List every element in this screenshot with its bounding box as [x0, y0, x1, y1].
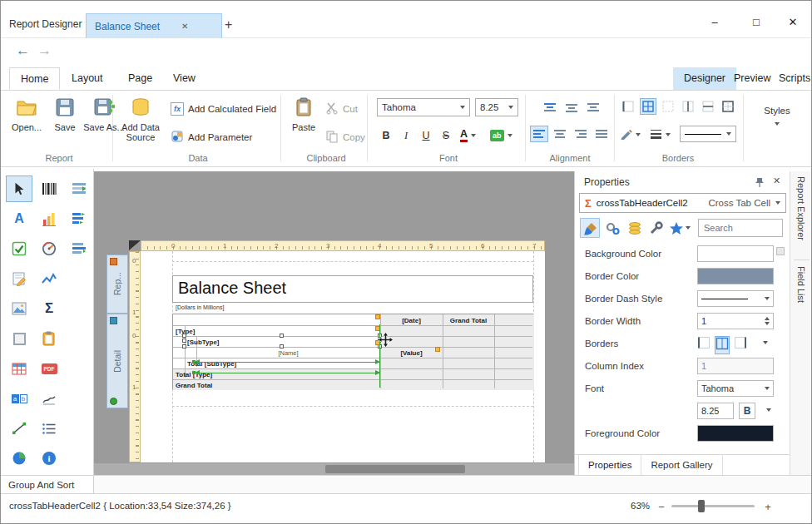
- crosstab-cell-grand-total-col[interactable]: Grand Total: [443, 317, 494, 324]
- close-panel-icon[interactable]: ✕: [773, 175, 780, 186]
- zoom-slider-thumb[interactable]: [698, 500, 705, 512]
- tool-barcode[interactable]: [36, 175, 62, 202]
- align-justify-button[interactable]: [592, 126, 611, 142]
- ribbon-tab-layout[interactable]: Layout: [61, 67, 114, 90]
- selection-handle[interactable]: [280, 334, 284, 338]
- spin-down-icon[interactable]: [765, 322, 770, 325]
- ribbon-tab-home[interactable]: Home: [9, 67, 60, 90]
- crosstab-cell-name[interactable]: [Name]: [196, 349, 380, 357]
- band-options-icon[interactable]: [110, 258, 117, 265]
- bold-button[interactable]: B: [377, 126, 395, 145]
- field-marker-icon[interactable]: [435, 347, 440, 352]
- report-subtitle[interactable]: [Dollars in Millions]: [176, 304, 224, 310]
- font-size-combo[interactable]: 8.25: [475, 98, 518, 116]
- borders-right-icon[interactable]: [734, 336, 747, 353]
- align-left-button[interactable]: [530, 126, 548, 142]
- tool-signature[interactable]: [36, 385, 62, 412]
- tab-report-gallery[interactable]: Report Gallery: [641, 455, 722, 475]
- report-title-box[interactable]: Balance Sheet: [172, 275, 533, 303]
- tab-report-explorer[interactable]: Report Explorer: [796, 176, 806, 240]
- document-tab[interactable]: Balance Sheet ✕: [86, 13, 222, 38]
- font-name-dropdown[interactable]: Tahoma: [697, 380, 774, 397]
- border-none-button[interactable]: [660, 98, 676, 115]
- zoom-slider[interactable]: [671, 505, 755, 507]
- design-surface[interactable]: 0 1 2 3 4 5 6 7 0 1 0 1 Rep... Detail: [94, 171, 574, 475]
- selection-handle[interactable]: [182, 339, 186, 343]
- border-dash-style-dropdown[interactable]: [697, 290, 774, 307]
- tool-form-field[interactable]: [6, 265, 32, 292]
- border-left-button[interactable]: [620, 98, 636, 115]
- maximize-button[interactable]: □: [744, 12, 769, 32]
- add-data-source-button[interactable]: Add Data Source: [116, 96, 166, 143]
- tool-page-info[interactable]: i: [36, 445, 62, 472]
- tool-pointer[interactable]: [6, 175, 32, 202]
- tool-rich-text[interactable]: a b: [6, 385, 32, 412]
- tool-shape[interactable]: [6, 445, 32, 472]
- background-color-swatch[interactable]: [697, 245, 774, 262]
- ribbon-tab-page[interactable]: Page: [117, 67, 163, 90]
- ribbon-tab-view[interactable]: View: [162, 67, 206, 90]
- favorites-category-button[interactable]: [666, 218, 686, 238]
- property-search-input[interactable]: [698, 219, 783, 237]
- border-all-button[interactable]: [640, 98, 656, 115]
- crosstab-cell-subtype[interactable]: [SubType]: [187, 339, 220, 346]
- field-marker-icon[interactable]: [375, 314, 380, 319]
- tab-properties[interactable]: Properties: [578, 455, 641, 475]
- chevron-down-icon[interactable]: [766, 408, 771, 412]
- data-category-button[interactable]: [625, 218, 645, 238]
- scrollbar-thumb[interactable]: [325, 465, 465, 473]
- column-index-field[interactable]: 1: [697, 358, 774, 374]
- tool-pdf-content[interactable]: PDF: [36, 355, 62, 382]
- selection-handle[interactable]: [182, 344, 186, 349]
- border-draw-button[interactable]: [620, 126, 645, 143]
- align-right-button[interactable]: [572, 126, 590, 142]
- tool-checkbox[interactable]: [6, 235, 32, 262]
- font-name-combo[interactable]: Tahoma: [377, 98, 470, 116]
- tool-clipboard-content[interactable]: [36, 325, 62, 352]
- zoom-out-button[interactable]: −: [655, 500, 668, 513]
- nav-back-button[interactable]: ←: [16, 42, 30, 59]
- align-top-button[interactable]: [541, 99, 559, 116]
- border-weight-button[interactable]: [650, 126, 675, 143]
- paste-button[interactable]: Paste: [287, 96, 320, 132]
- mode-tab-scripts[interactable]: Scripts: [768, 67, 812, 90]
- zoom-in-button[interactable]: +: [761, 500, 775, 513]
- report-page[interactable]: Balance Sheet [Dollars in Millions] [Dat…: [141, 251, 545, 462]
- align-middle-button[interactable]: [562, 99, 581, 116]
- band-options-icon[interactable]: [110, 317, 117, 324]
- add-calculated-field-button[interactable]: fx Add Calculated Field: [171, 100, 276, 118]
- tool-sparkline-band[interactable]: [66, 235, 92, 262]
- appearance-category-button[interactable]: [580, 218, 600, 238]
- border-inside-vertical-button[interactable]: [680, 98, 696, 115]
- align-bottom-button[interactable]: [584, 99, 602, 116]
- chevron-down-icon[interactable]: [763, 341, 768, 344]
- font-size-field[interactable]: 8.25: [697, 403, 734, 419]
- tool-label[interactable]: A: [6, 205, 32, 232]
- tab-close-icon[interactable]: ✕: [181, 22, 188, 31]
- highlight-button[interactable]: ab: [490, 126, 520, 145]
- open-button[interactable]: Open...: [7, 96, 46, 132]
- border-line-style-combo[interactable]: [680, 126, 736, 142]
- tool-gauge[interactable]: [36, 235, 62, 262]
- behavior-category-button[interactable]: [602, 218, 622, 238]
- pin-icon[interactable]: [755, 176, 765, 191]
- border-outside-button[interactable]: [720, 98, 736, 115]
- crosstab-control[interactable]: [Date] Grand Total [Type] [SubType] [Nam…: [172, 314, 533, 389]
- font-bold-button[interactable]: B: [739, 403, 755, 419]
- font-color-button[interactable]: A: [460, 126, 487, 145]
- selection-handle[interactable]: [182, 334, 186, 338]
- tool-sparkline[interactable]: [36, 265, 62, 292]
- nav-forward-button[interactable]: →: [37, 42, 52, 59]
- copy-button[interactable]: Copy: [325, 128, 365, 146]
- spin-up-icon[interactable]: [765, 317, 770, 320]
- border-inside-horizontal-button[interactable]: [700, 98, 716, 115]
- tab-field-list[interactable]: Field List: [796, 266, 806, 303]
- tool-panel[interactable]: [6, 325, 32, 352]
- tab-group-and-sort[interactable]: Group And Sort: [1, 476, 94, 494]
- new-tab-button[interactable]: +: [225, 17, 232, 32]
- italic-button[interactable]: I: [397, 126, 415, 145]
- borders-all-icon[interactable]: [715, 336, 730, 354]
- band-detail[interactable]: Detail: [106, 314, 128, 408]
- border-color-swatch[interactable]: [697, 268, 774, 284]
- foreground-color-swatch[interactable]: [697, 425, 774, 442]
